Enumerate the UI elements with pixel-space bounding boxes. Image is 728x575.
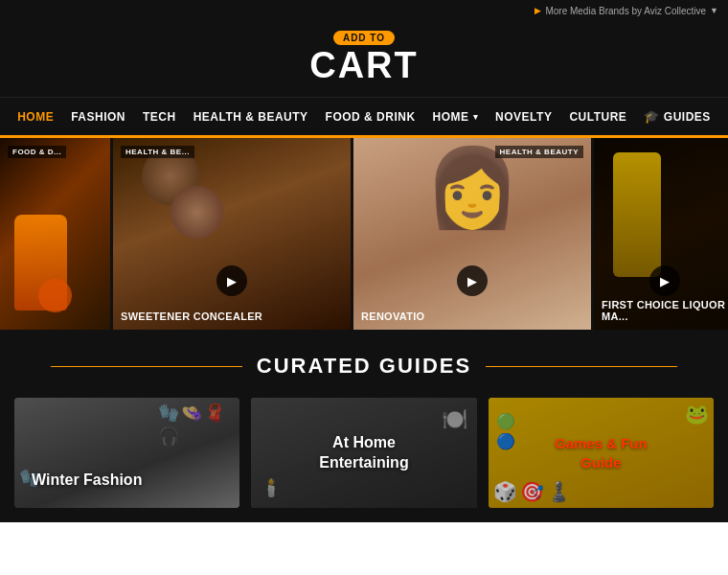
- play-button[interactable]: ▶: [649, 265, 680, 296]
- guide-card-home[interactable]: 🍽️ 🕯️ At HomeEntertaining: [251, 398, 476, 508]
- site-logo: CART: [309, 47, 419, 83]
- guide-cards-row: 🧤👒 🧣🎧 🧤 Winter Fashion 🍽️ 🕯️ At HomeEnte…: [14, 398, 714, 522]
- logo-badge: ADD TO: [333, 31, 395, 45]
- guide-card-games[interactable]: 🎲🎯♟️ 🐸 🟢 🔵 Games & FunGuide: [489, 398, 714, 508]
- nav-culture[interactable]: CULTURE: [561, 106, 634, 127]
- graduation-cap-icon: 🎓: [644, 109, 660, 124]
- guide-card-label: Games & FunGuide: [547, 426, 655, 479]
- play-icon: ▶: [535, 6, 541, 15]
- nav-food-drink[interactable]: FOOD & DRINK: [318, 106, 423, 127]
- top-bar-label: More Media Brands by Aviz Collective: [545, 6, 706, 16]
- top-bar: ▶ More Media Brands by Aviz Collective ▼: [0, 0, 728, 21]
- video-card-renovatio[interactable]: HEALTH & BEAUTY ▶ RENOVATIO: [353, 138, 591, 330]
- category-tag: FOOD & D...: [8, 146, 66, 158]
- top-bar-content: ▶ More Media Brands by Aviz Collective ▼: [535, 6, 718, 16]
- nav-guides[interactable]: 🎓 GUIDES: [636, 105, 718, 127]
- video-card-liquor[interactable]: ▶ FIRST CHOICE LIQUOR MA...: [594, 138, 728, 330]
- main-nav: HOME FASHION TECH HEALTH & BEAUTY FOOD &…: [0, 97, 728, 135]
- nav-tech[interactable]: TECH: [135, 106, 184, 127]
- card-title: RENOVATIO: [361, 310, 583, 322]
- curated-guides-section: CURATED GUIDES 🧤👒 🧣🎧 🧤 Winter Fashion: [0, 330, 728, 522]
- nav-novelty[interactable]: NOVELTY: [488, 106, 559, 127]
- card-title: FIRST CHOICE LIQUOR MA...: [602, 299, 728, 322]
- category-tag: HEALTH & BEAUTY: [495, 146, 583, 158]
- card-overlay: At HomeEntertaining: [251, 398, 476, 508]
- nav-health-beauty[interactable]: HEALTH & BEAUTY: [186, 106, 316, 127]
- guide-card-winter[interactable]: 🧤👒 🧣🎧 🧤 Winter Fashion: [14, 398, 239, 508]
- guide-card-label: Winter Fashion: [24, 463, 149, 498]
- category-tag: HEALTH & BE...: [121, 146, 194, 158]
- curated-guides-title: CURATED GUIDES: [257, 354, 471, 379]
- video-card-concealer[interactable]: HEALTH & BE... ▶ SWEETENER CONCEALER: [113, 138, 351, 330]
- guide-card-label: At HomeEntertaining: [311, 426, 416, 481]
- card-title: SWEETENER CONCEALER: [121, 310, 343, 322]
- site-header: ADD TO CART: [0, 21, 728, 97]
- title-line-right: [486, 366, 677, 367]
- play-button[interactable]: ▶: [216, 265, 247, 296]
- card-overlay: Games & FunGuide: [489, 398, 714, 508]
- logo-container[interactable]: ADD TO CART: [309, 31, 419, 83]
- chevron-down-icon: ▾: [473, 112, 479, 122]
- video-strip: FOOD & D... HEALTH & BE... ▶ SWEETENER C…: [0, 138, 728, 330]
- chevron-down-icon: ▼: [710, 6, 718, 15]
- video-card-food[interactable]: FOOD & D...: [0, 138, 110, 330]
- title-line-left: [51, 366, 242, 367]
- nav-home[interactable]: HOME: [10, 106, 61, 127]
- nav-fashion[interactable]: FASHION: [63, 106, 133, 127]
- play-button[interactable]: ▶: [457, 265, 488, 296]
- nav-home-dropdown[interactable]: HOME ▾: [425, 106, 487, 127]
- curated-title-row: CURATED GUIDES: [14, 354, 714, 379]
